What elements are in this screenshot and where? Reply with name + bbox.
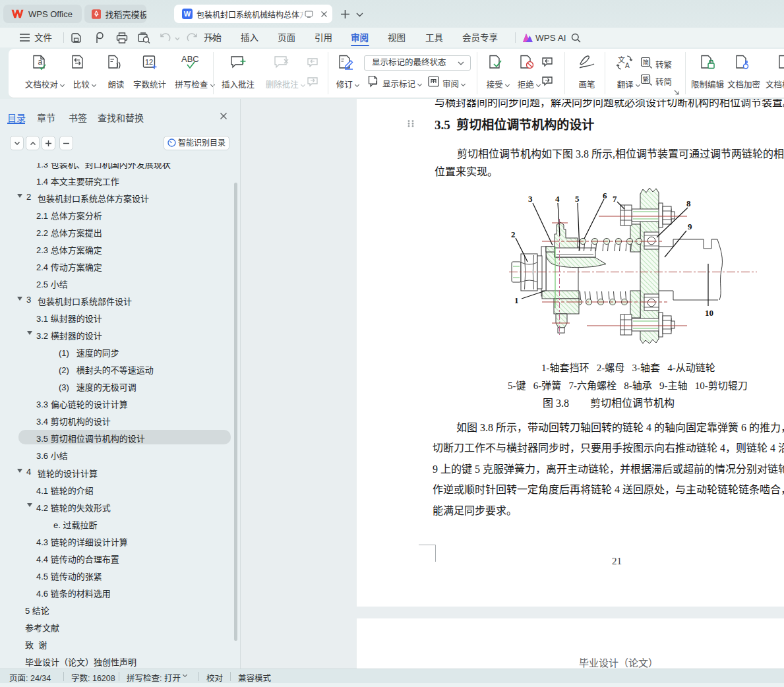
svg-text:9: 9 [688, 222, 692, 231]
svg-text:4: 4 [555, 194, 560, 204]
svg-text:ABC: ABC [181, 55, 199, 64]
svg-text:A: A [625, 62, 630, 69]
svg-text:文: 文 [618, 55, 625, 64]
svg-text:5: 5 [575, 194, 580, 204]
svg-text:繁: 繁 [643, 76, 649, 83]
svg-text:W: W [184, 10, 191, 18]
svg-text:3: 3 [528, 194, 533, 204]
svg-text:7: 7 [613, 194, 617, 204]
svg-text:2: 2 [511, 229, 516, 239]
svg-text:简: 简 [643, 59, 649, 66]
svg-text:12: 12 [145, 58, 153, 66]
svg-text:1: 1 [514, 295, 519, 305]
svg-text:a: a [38, 57, 43, 67]
svg-text:10: 10 [705, 308, 713, 318]
svg-text:8: 8 [686, 198, 691, 208]
svg-text:6: 6 [603, 191, 607, 200]
